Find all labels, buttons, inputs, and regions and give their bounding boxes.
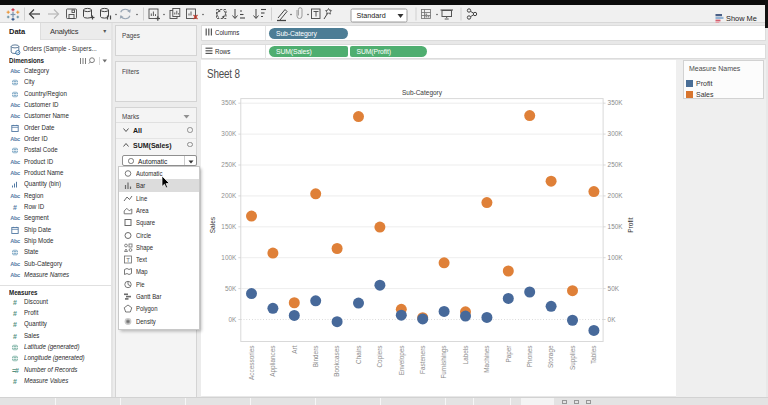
svg-text:Binders: Binders [312, 346, 319, 368]
svg-text:Chairs: Chairs [355, 346, 362, 364]
svg-text:Sub-Category: Sub-Category [402, 89, 442, 97]
svg-text:250K: 250K [221, 161, 237, 168]
svg-text:Bookcases: Bookcases [333, 346, 340, 377]
svg-text:350K: 350K [221, 99, 237, 106]
svg-text:0K: 0K [608, 316, 617, 323]
svg-text:350K: 350K [608, 99, 624, 106]
svg-text:Envelopes: Envelopes [398, 346, 406, 376]
svg-text:50K: 50K [225, 285, 237, 292]
svg-text:Sales: Sales [209, 216, 216, 233]
svg-text:250K: 250K [608, 161, 624, 168]
svg-text:100K: 100K [608, 254, 624, 261]
svg-text:Art: Art [291, 345, 298, 353]
svg-text:Accessories: Accessories [248, 346, 255, 380]
svg-text:0K: 0K [228, 316, 237, 323]
svg-text:Phones: Phones [526, 346, 533, 368]
svg-text:T: T [126, 257, 130, 263]
svg-text:Appliances: Appliances [269, 346, 277, 377]
svg-text:Furnishings: Furnishings [440, 346, 448, 379]
svg-text:Supplies: Supplies [569, 346, 577, 371]
svg-text:Show Me: Show Me [726, 14, 757, 23]
svg-text:Fasteners: Fasteners [419, 346, 426, 374]
svg-text:Paper: Paper [505, 345, 513, 363]
svg-text:Labels: Labels [462, 346, 469, 365]
svg-text:200K: 200K [221, 192, 237, 199]
svg-text:Tables: Tables [590, 346, 597, 364]
svg-text:Copiers: Copiers [376, 346, 384, 368]
svg-text:300K: 300K [221, 130, 237, 137]
svg-text:Storage: Storage [547, 345, 555, 368]
svg-text:Standard: Standard [357, 11, 386, 20]
svg-text:300K: 300K [608, 130, 624, 137]
svg-text:150K: 150K [221, 223, 237, 230]
svg-text:Machines: Machines [483, 346, 490, 373]
svg-text:100K: 100K [221, 254, 237, 261]
svg-text:Profit: Profit [627, 217, 634, 233]
svg-text:200K: 200K [608, 192, 624, 199]
svg-text:50K: 50K [608, 285, 620, 292]
svg-text:150K: 150K [608, 223, 624, 230]
